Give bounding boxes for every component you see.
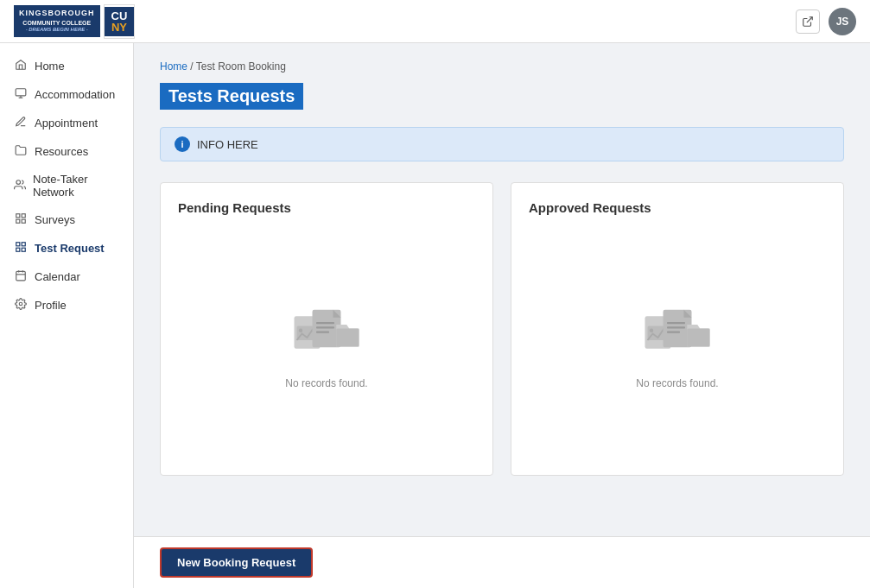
svg-point-20 [299,328,303,332]
new-booking-button[interactable]: New Booking Request [160,547,313,578]
sidebar-item-profile[interactable]: Profile [0,291,133,319]
sidebar-item-test-request[interactable]: Test Request [0,234,133,262]
svg-rect-5 [16,214,20,218]
svg-line-0 [807,16,812,22]
svg-rect-22 [316,322,334,324]
kingsborough-logo: KINGSBOROUGH COMMUNITY COLLEGE · DREAMS … [14,5,100,37]
page-title: Tests Requests [160,83,303,110]
sidebar-item-note-taker-label: Note-Taker Network [33,173,119,199]
main-layout: Home Accommodation Appointment Resources… [0,43,870,588]
svg-rect-12 [22,248,25,251]
svg-rect-25 [336,328,359,346]
sidebar-item-profile-label: Profile [35,299,67,312]
approved-empty-text: No records found. [636,377,718,389]
info-icon: i [175,136,190,152]
approved-requests-panel: Approved Requests [511,182,844,476]
sidebar-item-surveys-label: Surveys [35,213,75,226]
requests-grid: Pending Requests [160,182,844,476]
sidebar-item-test-request-label: Test Request [35,242,105,255]
appointment-icon [14,116,28,130]
resources-icon [14,144,28,159]
surveys-icon [14,212,28,227]
note-taker-icon [14,179,26,193]
svg-rect-11 [16,248,20,251]
sidebar: Home Accommodation Appointment Resources… [0,43,134,588]
breadcrumb-home[interactable]: Home [160,60,187,73]
approved-requests-title: Approved Requests [529,200,826,215]
pending-requests-panel: Pending Requests [160,182,493,476]
pending-empty-text: No records found. [285,377,367,389]
pending-requests-title: Pending Requests [178,200,475,215]
info-banner: i INFO HERE [160,127,844,161]
info-banner-text: INFO HERE [197,138,258,151]
svg-rect-24 [316,331,329,332]
svg-rect-30 [667,322,685,324]
svg-rect-32 [667,331,680,332]
sidebar-item-home-label: Home [35,60,65,73]
avatar[interactable]: JS [829,8,856,35]
breadcrumb: Home / Test Room Booking [160,60,844,73]
svg-rect-8 [22,219,25,223]
svg-rect-1 [16,89,26,96]
svg-rect-6 [22,214,25,218]
breadcrumb-current: Test Room Booking [196,60,286,73]
logo: KINGSBOROUGH COMMUNITY COLLEGE · DREAMS … [14,4,135,39]
svg-rect-7 [16,219,20,223]
sidebar-item-resources-label: Resources [35,145,88,158]
accommodation-icon [14,87,28,102]
svg-rect-31 [667,326,685,328]
pending-empty-state: No records found. [178,229,475,458]
home-icon [14,59,28,73]
svg-rect-33 [687,328,709,346]
sidebar-item-accommodation-label: Accommodation [35,88,115,101]
sidebar-item-resources[interactable]: Resources [0,137,133,166]
sidebar-item-note-taker-network[interactable]: Note-Taker Network [0,166,133,205]
svg-rect-9 [16,243,20,246]
footer-bar: New Booking Request [134,536,870,588]
sidebar-item-calendar[interactable]: Calendar [0,262,133,291]
breadcrumb-separator: / [190,60,193,73]
sidebar-item-appointment[interactable]: Appointment [0,109,133,137]
svg-rect-10 [22,243,25,246]
approved-empty-state: No records found. [529,229,826,458]
profile-icon [14,298,28,313]
svg-point-4 [16,180,21,184]
pending-empty-icon [288,298,365,367]
external-link-icon[interactable] [796,9,820,34]
svg-point-17 [19,302,22,306]
svg-rect-13 [16,271,26,281]
sidebar-item-appointment-label: Appointment [35,117,98,130]
svg-rect-23 [316,326,334,328]
header: KINGSBOROUGH COMMUNITY COLLEGE · DREAMS … [0,0,870,43]
sidebar-item-calendar-label: Calendar [35,270,80,283]
header-right: JS [796,8,856,35]
approved-empty-icon [638,298,716,367]
sidebar-item-accommodation[interactable]: Accommodation [0,80,133,109]
test-request-icon [14,241,28,256]
sidebar-item-home[interactable]: Home [0,52,133,80]
calendar-icon [14,269,28,284]
content-area: Home / Test Room Booking Tests Requests … [134,43,870,536]
sidebar-item-surveys[interactable]: Surveys [0,205,133,234]
svg-point-28 [650,328,654,332]
